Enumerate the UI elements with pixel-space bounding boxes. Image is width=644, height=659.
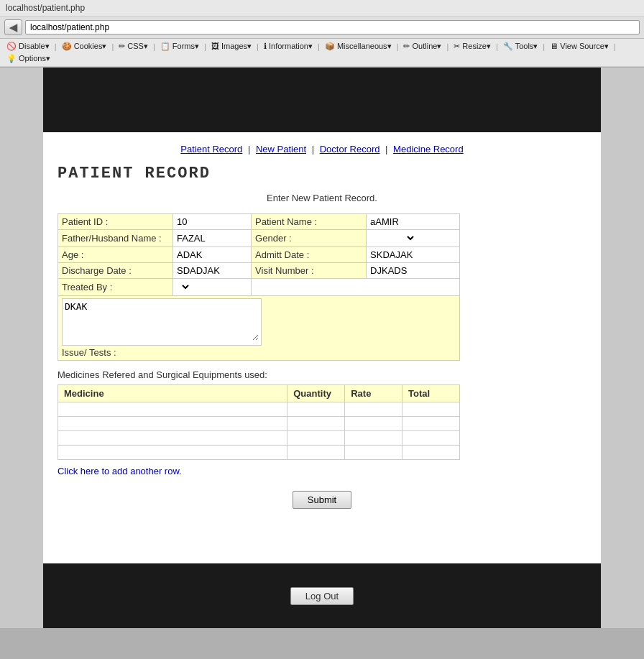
- patient-id-input[interactable]: [177, 216, 247, 227]
- add-row-link[interactable]: Click here to add another row.: [58, 466, 586, 476]
- table-row-notes: DKAK Issue/ Tests :: [58, 296, 460, 361]
- rate-col-header: Rate: [345, 385, 402, 402]
- table-row: Age : Admitt Date :: [58, 247, 460, 263]
- total-col-header: Total: [402, 385, 460, 402]
- discharge-date-input[interactable]: [177, 265, 247, 276]
- age-label: Age :: [58, 247, 173, 263]
- nav-bar: ◀: [0, 17, 644, 39]
- page-subtitle: Enter New Patient Record.: [58, 193, 586, 203]
- rate-input-3[interactable]: [348, 433, 399, 443]
- logout-button[interactable]: Log Out: [290, 587, 354, 605]
- toolbar-viewsource[interactable]: 🖥 View Source▾: [548, 41, 611, 52]
- discharge-date-cell: [173, 263, 252, 279]
- treated-by-select[interactable]: [177, 281, 191, 293]
- nav-medicine-record[interactable]: Medicine Record: [393, 144, 464, 155]
- toolbar-misc[interactable]: 📦 Miscellaneous▾: [323, 41, 394, 52]
- notes-textarea-wrapper: DKAK: [62, 298, 262, 346]
- toolbar-disable[interactable]: 🚫 Disable▾: [4, 41, 52, 52]
- rate-input-2[interactable]: [348, 418, 399, 429]
- address-bar[interactable]: [25, 20, 640, 34]
- notes-cell: DKAK Issue/ Tests :: [58, 296, 460, 361]
- father-name-label: Father/Husband Name :: [58, 230, 173, 247]
- toolbar-tools[interactable]: 🔧 Tools▾: [501, 41, 540, 52]
- medicine-input-1[interactable]: [61, 404, 284, 415]
- father-name-cell: [173, 230, 252, 247]
- quantity-input-2[interactable]: [290, 418, 341, 429]
- patient-name-cell: [367, 214, 460, 230]
- admitt-date-label: Admitt Date :: [252, 247, 367, 263]
- page-title: PATIENT RECORD: [58, 165, 586, 183]
- age-cell: [173, 247, 252, 263]
- toolbar-outline[interactable]: ✏ Outline▾: [401, 41, 443, 52]
- title-bar: localhost/patient.php: [0, 0, 644, 17]
- total-input-1[interactable]: [405, 404, 456, 415]
- toolbar-options[interactable]: 💡 Options▾: [4, 53, 52, 64]
- table-row: Treated By :: [58, 279, 460, 296]
- toolbar-forms[interactable]: 📋 Forms▾: [158, 41, 201, 52]
- total-input-3[interactable]: [405, 433, 456, 443]
- footer-banner: Log Out: [43, 563, 601, 628]
- toolbar-images[interactable]: 🖼 Images▾: [209, 41, 254, 52]
- medicines-section-label: Medicines Refered and Surgical Equipment…: [58, 369, 586, 380]
- medicine-row: [58, 446, 460, 460]
- header-banner: [43, 68, 601, 132]
- medicine-input-4[interactable]: [61, 447, 284, 458]
- back-button[interactable]: ◀: [4, 19, 22, 35]
- rate-input-1[interactable]: [348, 404, 399, 415]
- quantity-input-3[interactable]: [290, 433, 341, 443]
- admitt-date-input[interactable]: [370, 249, 456, 260]
- quantity-col-header: Quantity: [288, 385, 345, 402]
- nav-patient-record[interactable]: Patient Record: [180, 144, 242, 155]
- visit-number-cell: [367, 263, 460, 279]
- quantity-input-4[interactable]: [290, 447, 341, 458]
- rate-input-4[interactable]: [348, 447, 399, 458]
- medicine-col-header: Medicine: [58, 385, 288, 402]
- patient-id-cell: [173, 214, 252, 230]
- table-row: Discharge Date : Visit Number :: [58, 263, 460, 279]
- patient-name-label: Patient Name :: [252, 214, 367, 230]
- submit-area: Submit: [58, 491, 586, 509]
- patient-form-table: Patient ID : Patient Name : Father/Husba…: [58, 213, 460, 361]
- submit-button[interactable]: Submit: [293, 491, 351, 509]
- medicine-input-3[interactable]: [61, 433, 284, 443]
- toolbar-css[interactable]: ✏ CSS▾: [116, 41, 150, 52]
- nav-links: Patient Record | New Patient | Doctor Re…: [58, 144, 586, 155]
- nav-doctor-record[interactable]: Doctor Record: [320, 144, 380, 155]
- toolbar: 🚫 Disable▾ | 🍪 Cookies▾ | ✏ CSS▾ | 📋 For…: [0, 39, 644, 67]
- patient-id-label: Patient ID :: [58, 214, 173, 230]
- age-input[interactable]: [177, 249, 247, 260]
- gender-label: Gender :: [252, 230, 367, 247]
- father-name-input[interactable]: [177, 233, 247, 244]
- gender-cell: Male Female: [367, 230, 460, 247]
- total-input-4[interactable]: [405, 447, 456, 458]
- issue-tests-label: Issue/ Tests :: [62, 347, 456, 358]
- treated-by-extra-input[interactable]: [255, 282, 456, 292]
- medicine-row: [58, 431, 460, 446]
- admitt-date-cell: [367, 247, 460, 263]
- medicines-table: Medicine Quantity Rate Total: [58, 384, 460, 460]
- total-input-2[interactable]: [405, 418, 456, 429]
- toolbar-cookies[interactable]: 🍪 Cookies▾: [60, 41, 109, 52]
- notes-right-area: [267, 298, 456, 341]
- treated-by-label: Treated By :: [58, 279, 173, 296]
- quantity-input-1[interactable]: [290, 404, 341, 415]
- toolbar-information[interactable]: ℹ Information▾: [262, 41, 315, 52]
- page-url: localhost/patient.php: [6, 3, 85, 13]
- medicines-header-row: Medicine Quantity Rate Total: [58, 385, 460, 402]
- patient-name-input[interactable]: [370, 216, 456, 227]
- visit-number-label: Visit Number :: [252, 263, 367, 279]
- content-area: Patient Record | New Patient | Doctor Re…: [43, 132, 601, 563]
- medicine-row: [58, 402, 460, 417]
- table-row: Patient ID : Patient Name :: [58, 214, 460, 230]
- discharge-date-label: Discharge Date :: [58, 263, 173, 279]
- treated-by-extra: [252, 279, 460, 296]
- treated-by-cell: [173, 279, 252, 296]
- gender-select[interactable]: Male Female: [370, 232, 416, 244]
- medicine-row: [58, 417, 460, 431]
- notes-textarea[interactable]: DKAK: [65, 301, 259, 341]
- table-row: Father/Husband Name : Gender : Male Fema…: [58, 230, 460, 247]
- visit-number-input[interactable]: [370, 265, 456, 276]
- medicine-input-2[interactable]: [61, 418, 284, 429]
- toolbar-resize[interactable]: ✂ Resize▾: [451, 41, 493, 52]
- nav-new-patient[interactable]: New Patient: [256, 144, 306, 155]
